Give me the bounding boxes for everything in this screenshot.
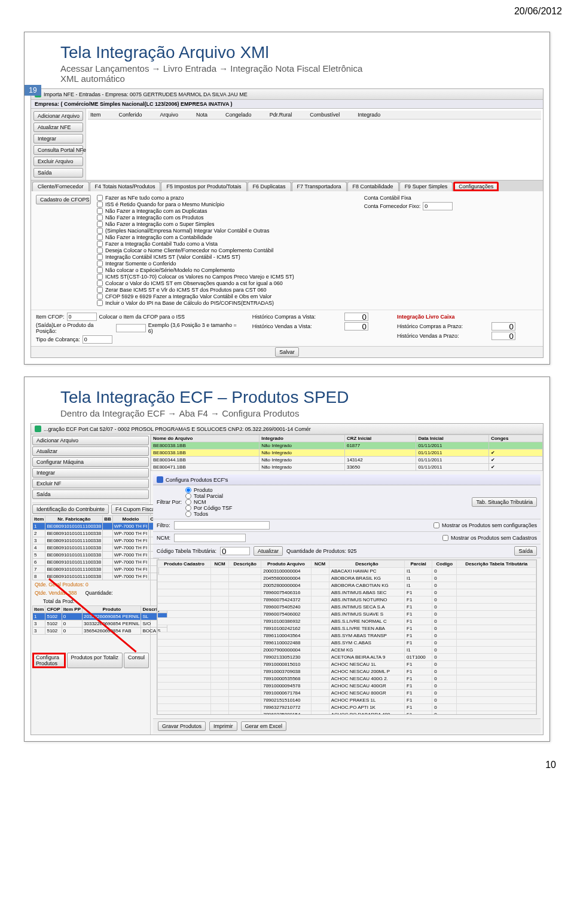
side-button[interactable]: Excluir Arquivo	[33, 157, 83, 166]
tab[interactable]: F4 Totais Notas/Produtos	[90, 182, 161, 191]
table-row[interactable]: 78910000815010ACHOC NESCAU 1LF10	[158, 661, 536, 668]
table-row[interactable]: 5BE080910101011100338WP-7000 TH FI	[33, 552, 159, 559]
table-row[interactable]: 78910003709038ACHOC NESCAU 200ML PF10	[158, 668, 536, 675]
table-row[interactable]: 8BE080910101011100338WP-7000 TH FI	[33, 573, 159, 580]
atualizar-button[interactable]: Atualizar	[254, 546, 283, 556]
side-button[interactable]: Excluir NF	[32, 479, 149, 488]
table-row[interactable]: 78910000535568ACHOC NESCAU 400G 2.F10	[158, 675, 536, 683]
salvar-button[interactable]: Salvar	[275, 347, 299, 357]
config-check[interactable]	[97, 208, 103, 214]
mostrar-sem-cadastro-check[interactable]	[442, 535, 448, 541]
side-button[interactable]: Integrar	[33, 134, 83, 143]
saida-ler-input[interactable]	[116, 324, 146, 332]
filter-radio[interactable]	[185, 505, 191, 511]
filter-radio[interactable]	[185, 487, 191, 493]
table-row[interactable]: 35102035654260690854 FABBOCA S	[33, 628, 167, 635]
configura-produtos-tab[interactable]: Configura Produtos	[32, 653, 66, 668]
side-button[interactable]: Atualizar	[32, 446, 149, 456]
tab-identificacao[interactable]: Identificação do Contribuinte	[32, 504, 109, 514]
gerar-excel-button[interactable]: Gerar em Excel	[241, 721, 287, 731]
side-button[interactable]: Saída	[33, 168, 83, 178]
consul-tab[interactable]: Consul	[124, 653, 149, 668]
table-row[interactable]: 78960075424372ABS.INTIMUS NOTURNOF10	[158, 596, 536, 604]
saida-button[interactable]: Saída	[514, 546, 537, 556]
conta-fornecedor-input[interactable]	[423, 202, 453, 210]
side-button[interactable]: Atualizar NFE	[33, 123, 83, 132]
tab[interactable]: Cliente/Fornecedor	[32, 182, 89, 191]
table-row[interactable]: BE800338.1BBNão Integrado6187701/11/2011	[151, 442, 543, 449]
config-check[interactable]	[97, 195, 103, 201]
table-row[interactable]: 78902151510140ACHOC PRAKES 1LF10	[158, 697, 536, 704]
config-check[interactable]	[97, 221, 103, 227]
tab[interactable]: F7 Transportadora	[292, 182, 347, 191]
item-cfop-input[interactable]	[67, 313, 97, 321]
tab-configuracoes[interactable]: Configurações	[453, 182, 499, 191]
table-row[interactable]: 3BE080910101011100338WP-7000 TH FI	[33, 537, 159, 544]
filtro-input[interactable]	[174, 521, 270, 530]
tab[interactable]: F8 Contabilidade	[347, 182, 399, 191]
side-button[interactable]: Adicionar Arquivo	[33, 111, 83, 121]
config-check[interactable]	[97, 241, 103, 247]
table-row[interactable]: BE800471.1BBNão Integrado3365001/11/2011…	[151, 464, 543, 471]
table-row[interactable]: 20052800000004ABOBORA CABOTIAN KGI10	[158, 582, 536, 589]
config-check[interactable]	[97, 274, 103, 280]
config-check[interactable]	[97, 280, 103, 286]
table-row[interactable]: 6BE080910101011100338WP-7000 TH FI	[33, 559, 159, 566]
side-button[interactable]: Integrar	[32, 468, 149, 478]
config-check[interactable]	[97, 201, 103, 207]
config-check[interactable]	[97, 287, 103, 293]
table-row[interactable]: 4BE080910101011100338WP-7000 TH FI	[33, 544, 159, 552]
filter-radio[interactable]	[185, 499, 191, 505]
table-row[interactable]: BE800344.1BBNão Integrado14314201/11/201…	[151, 457, 543, 464]
gravar-produtos-button[interactable]: Gravar Produtos	[158, 721, 206, 731]
table-row[interactable]: 78960075406002ABS.INTIMUS SUAVE SF10	[158, 611, 536, 618]
config-check[interactable]	[97, 261, 103, 267]
table-row[interactable]: 78960075406316ABS.INTIMUS ABAS SECF10	[158, 589, 536, 596]
tipo-cobranca-input[interactable]	[83, 335, 112, 344]
config-check[interactable]	[97, 293, 103, 299]
table-row[interactable]: 78910100386932ABS.S.LIVRE NORMAL CF10	[158, 618, 536, 625]
table-row[interactable]: 20455800000004ABOBORA BRASIL KGI10	[158, 575, 536, 582]
cadastro-cfops-button[interactable]: Cadastro de CFOPS	[36, 195, 91, 204]
config-check[interactable]	[97, 215, 103, 221]
config-check[interactable]	[97, 228, 103, 234]
table-row[interactable]: 78910000671784ACHOC NESCAU 800GRF10	[158, 690, 536, 697]
table-row[interactable]: 78910100242162ABS.S.LIVRE TEEN ABAF10	[158, 625, 536, 632]
mostrar-sem-config-check[interactable]	[433, 522, 439, 528]
ncm-input[interactable]	[174, 534, 246, 542]
table-row[interactable]: 7BE080910101011100338WP-7000 TH FI	[33, 566, 159, 573]
tab-situacao-button[interactable]: Tab. Situação Tributária	[472, 497, 537, 507]
produtos-totaliz-tab[interactable]: Produtos por Totaliz	[67, 653, 123, 668]
tab[interactable]: F6 Duplicatas	[248, 182, 291, 191]
table-row[interactable]: 78960075405240ABS.INTIMUS SECA S.AF10	[158, 604, 536, 611]
table-row[interactable]: 2BE080910101011100338WP-7000 TH FI	[33, 530, 159, 537]
cod-trib-input[interactable]	[220, 547, 250, 555]
config-check[interactable]	[97, 234, 103, 240]
side-button[interactable]: Adicionar Arquivo	[32, 436, 149, 445]
tab[interactable]: F5 Impostos por Produto/Totais	[161, 182, 246, 191]
hist-compras-vista-input[interactable]	[344, 313, 368, 321]
hist-vendas-vista-input[interactable]	[344, 322, 368, 331]
table-row[interactable]: 20003100000004ABACAXI HAWAI PCI10	[158, 568, 536, 575]
table-row[interactable]: 78963279210772ACHOC.PO APTI 1KF10	[158, 704, 536, 711]
table-row[interactable]: BE800338.1BBNão Integrado01/11/2011✔	[151, 449, 543, 457]
filter-radio[interactable]	[185, 511, 191, 517]
side-button[interactable]: Saída	[32, 489, 149, 499]
filter-radio[interactable]	[185, 493, 191, 499]
tab[interactable]: F9 Super Simples	[399, 182, 453, 191]
table-row[interactable]: 20007900000004ACEM KGI10	[158, 647, 536, 654]
config-check[interactable]	[97, 300, 103, 306]
side-button[interactable]: Configurar Máquina	[32, 457, 149, 467]
hist-vendas-prazo-input[interactable]	[491, 332, 515, 340]
table-row[interactable]: 78910000094578ACHOC NESCAU 400GRF10	[158, 683, 536, 690]
config-check[interactable]	[97, 247, 103, 253]
side-button[interactable]: Consulta Portal NFe	[33, 145, 83, 155]
config-check[interactable]	[97, 254, 103, 260]
table-row[interactable]: 1BE080910101011100338WP-7000 TH FI	[33, 523, 159, 530]
table-row[interactable]: 78961100043564ABS.SYM ABAS TRANSPF10	[158, 632, 536, 640]
table-row[interactable]: 78960325800154ACHOC.PO DABARRA 400F10	[158, 711, 536, 715]
imprimir-button[interactable]: Imprimir	[209, 721, 237, 731]
config-check[interactable]	[97, 267, 103, 273]
table-row[interactable]: 15102020332260690854 PERNILSL	[33, 613, 167, 620]
table-row[interactable]: 78961100022488ABS.SYM C.ABASF10	[158, 640, 536, 647]
